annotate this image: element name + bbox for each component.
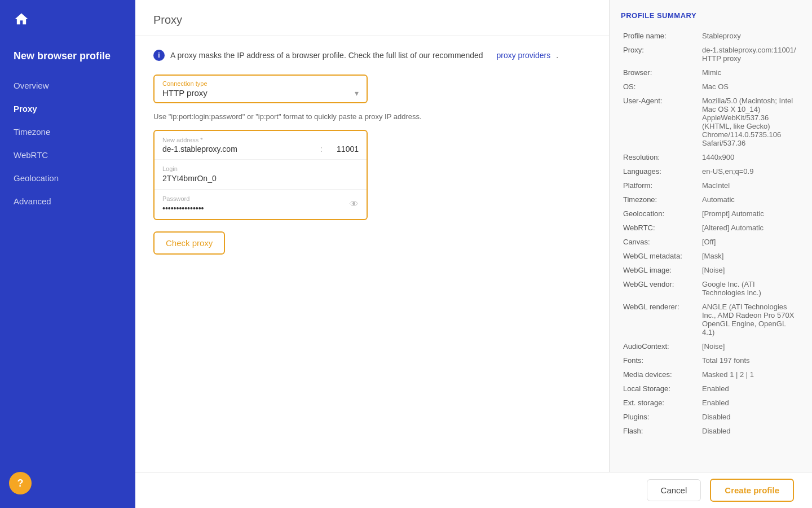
summary-row-label: User-Agent: bbox=[621, 94, 700, 150]
port-input[interactable] bbox=[325, 144, 359, 154]
summary-row-value: Google Inc. (ATI Technologies Inc.) bbox=[700, 277, 801, 300]
summary-row-label: WebGL renderer: bbox=[621, 300, 700, 339]
summary-row-value: Stableproxy bbox=[700, 29, 801, 43]
summary-row: Platform:MacIntel bbox=[621, 178, 801, 192]
summary-table: Profile name:StableproxyProxy:de-1.stabl… bbox=[621, 29, 801, 438]
summary-row: Media devices:Masked 1 | 2 | 1 bbox=[621, 367, 801, 382]
summary-row-label: Fonts: bbox=[621, 353, 700, 367]
summary-row-label: Platform: bbox=[621, 178, 700, 192]
summary-row: OS:Mac OS bbox=[621, 80, 801, 94]
summary-row: AudioContext:[Noise] bbox=[621, 339, 801, 353]
sidebar-item-advanced[interactable]: Advanced bbox=[0, 190, 135, 213]
port-separator: : bbox=[320, 144, 323, 154]
sidebar-item-proxy[interactable]: Proxy bbox=[0, 97, 135, 120]
eye-icon[interactable]: 👁 bbox=[350, 199, 359, 209]
summary-row-value: Mozilla/5.0 (Macintosh; Intel Mac OS X 1… bbox=[700, 94, 801, 150]
summary-row-label: Proxy: bbox=[621, 43, 700, 65]
summary-row-label: Canvas: bbox=[621, 235, 700, 249]
summary-row: Local Storage:Enabled bbox=[621, 382, 801, 396]
sidebar-item-webrtc[interactable]: WebRTC bbox=[0, 143, 135, 167]
summary-row-value: MacIntel bbox=[700, 178, 801, 192]
summary-row-value: Total 197 fonts bbox=[700, 353, 801, 367]
summary-row-label: WebRTC: bbox=[621, 221, 700, 235]
summary-row-label: AudioContext: bbox=[621, 339, 700, 353]
summary-row-label: Media devices: bbox=[621, 367, 700, 382]
summary-row-label: Ext. storage: bbox=[621, 396, 700, 410]
summary-row: Resolution:812x508 bbox=[621, 150, 801, 164]
summary-row-label: Flash: bbox=[621, 424, 700, 438]
summary-row-value: Disabled bbox=[700, 410, 801, 424]
summary-row: Languages:en-US,en;q=0.9 bbox=[621, 164, 801, 178]
hint-text: Use "ip:port:login:password" or "ip:port… bbox=[153, 112, 591, 121]
summary-row-label: OS: bbox=[621, 80, 700, 94]
summary-row-label: WebGL metadata: bbox=[621, 249, 700, 263]
content-area: Proxy i A proxy masks the IP address of … bbox=[135, 0, 812, 472]
summary-row-label: Languages: bbox=[621, 164, 700, 178]
connection-type-value: HTTP proxy bbox=[162, 88, 208, 98]
summary-row-label: Geolocation: bbox=[621, 207, 700, 221]
info-text: A proxy masks the IP address of a browse… bbox=[170, 51, 483, 60]
summary-row-value: Enabled bbox=[700, 382, 801, 396]
create-profile-button[interactable]: Create profile bbox=[710, 479, 794, 502]
summary-row-value: ANGLE (ATI Technologies Inc., AMD Radeon… bbox=[700, 300, 801, 339]
connection-type-select[interactable]: HTTP proxy ▾ bbox=[162, 88, 359, 98]
connection-type-field[interactable]: Connection type HTTP proxy ▾ bbox=[153, 75, 368, 103]
summary-panel: PROFILE SUMMARY Profile name:Stableproxy… bbox=[609, 0, 812, 472]
summary-row-value: Enabled bbox=[700, 396, 801, 410]
proxy-page-title: Proxy bbox=[135, 0, 609, 36]
summary-row: Browser:Mimic bbox=[621, 65, 801, 80]
summary-row-value: [Prompt] Automatic bbox=[700, 207, 801, 221]
address-field: New address * : bbox=[155, 131, 367, 160]
password-field: Password 👁 bbox=[155, 190, 367, 219]
form-section: Proxy i A proxy masks the IP address of … bbox=[135, 0, 609, 472]
summary-row: WebGL renderer:ANGLE (ATI Technologies I… bbox=[621, 300, 801, 339]
summary-row-label: WebGL image: bbox=[621, 263, 700, 277]
footer: Cancel Create profile bbox=[135, 472, 812, 508]
summary-row: User-Agent:Mozilla/5.0 (Macintosh; Intel… bbox=[621, 94, 801, 150]
login-field: Login bbox=[155, 160, 367, 190]
sidebar-nav: Overview Proxy Timezone WebRTC Geolocati… bbox=[0, 74, 135, 463]
info-period: . bbox=[556, 51, 558, 60]
check-proxy-button[interactable]: Check proxy bbox=[153, 231, 225, 255]
sidebar-item-geolocation[interactable]: Geolocation bbox=[0, 167, 135, 190]
summary-row-value: 812x508 bbox=[700, 150, 801, 164]
cancel-button[interactable]: Cancel bbox=[647, 479, 701, 501]
summary-row-label: WebGL vendor: bbox=[621, 277, 700, 300]
summary-row: Flash:Disabled bbox=[621, 424, 801, 438]
summary-row: Timezone:Automatic bbox=[621, 192, 801, 207]
summary-row-label: Profile name: bbox=[621, 29, 700, 43]
address-input[interactable] bbox=[162, 144, 318, 154]
summary-row: Geolocation:[Prompt] Automatic bbox=[621, 207, 801, 221]
page-title: New browser profile bbox=[0, 41, 135, 67]
summary-row-value: Masked 1 | 2 | 1 bbox=[700, 367, 801, 382]
summary-row-label: Local Storage: bbox=[621, 382, 700, 396]
main-area: Proxy i A proxy masks the IP address of … bbox=[135, 0, 812, 508]
summary-row: Plugins:Disabled bbox=[621, 410, 801, 424]
sidebar-item-timezone[interactable]: Timezone bbox=[0, 120, 135, 143]
summary-row-value: [Off] bbox=[700, 235, 801, 249]
address-label: New address * bbox=[162, 137, 359, 143]
sidebar: New browser profile Overview Proxy Timez… bbox=[0, 0, 135, 508]
summary-row-value: [Noise] bbox=[700, 263, 801, 277]
login-label: Login bbox=[162, 165, 359, 172]
support-button[interactable]: ? bbox=[9, 472, 32, 494]
summary-row-value: en-US,en;q=0.9 bbox=[700, 164, 801, 178]
summary-row: Ext. storage:Enabled bbox=[621, 396, 801, 410]
summary-row-value: de-1.stableproxy.com:11001/ HTTP proxy bbox=[700, 43, 801, 65]
summary-row-label: Timezone: bbox=[621, 192, 700, 207]
password-input[interactable] bbox=[162, 204, 343, 213]
summary-row-value: [Altered] Automatic bbox=[700, 221, 801, 235]
chevron-down-icon: ▾ bbox=[355, 89, 359, 98]
password-label: Password bbox=[162, 195, 359, 202]
summary-row-value: [Noise] bbox=[700, 339, 801, 353]
home-button[interactable] bbox=[0, 0, 135, 41]
proxy-fields-box: New address * : Login Password bbox=[153, 130, 368, 220]
summary-row-value: Automatic bbox=[700, 192, 801, 207]
proxy-providers-link[interactable]: proxy providers bbox=[496, 51, 550, 60]
summary-row: WebGL vendor:Google Inc. (ATI Technologi… bbox=[621, 277, 801, 300]
summary-row: Fonts:Total 197 fonts bbox=[621, 353, 801, 367]
sidebar-item-overview[interactable]: Overview bbox=[0, 74, 135, 97]
login-input[interactable] bbox=[162, 174, 359, 183]
summary-row: WebGL image:[Noise] bbox=[621, 263, 801, 277]
info-banner: i A proxy masks the IP address of a brow… bbox=[153, 50, 591, 61]
